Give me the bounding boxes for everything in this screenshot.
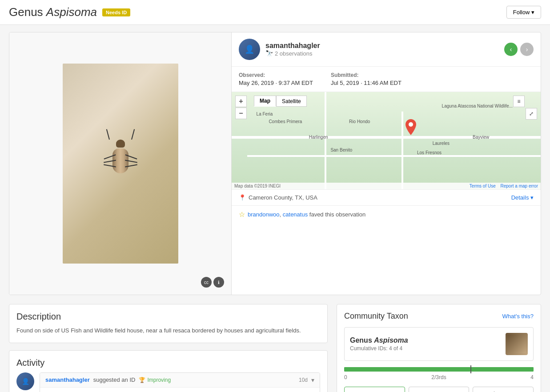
info-panel: 👤 samanthahagler 🔭 2 observations ‹ › — [232, 32, 541, 295]
map-road-4 — [401, 112, 403, 189]
activity-user[interactable]: samanthahagler — [45, 376, 90, 383]
bug-leg-2 — [104, 160, 116, 163]
progress-label-0: 0 — [344, 374, 347, 380]
faved-user2[interactable]: catenatus — [283, 211, 308, 218]
community-title: Community Taxon — [344, 312, 408, 321]
taxon-info: Genus Aspisoma Cumulative IDs: 4 of 4 — [350, 336, 408, 352]
progress-labels: 0 2/3rds 4 — [344, 374, 534, 380]
right-panel: Community Taxon What's this? Genus Aspis… — [337, 304, 541, 392]
photo-panel: cc ℹ — [9, 32, 232, 295]
taxon-actions: ✓ Agree ⇄ Compare ℹ About — [344, 387, 534, 392]
submitted-label: Submitted: — [331, 72, 401, 78]
observed-label: Observed: — [239, 72, 313, 78]
observations-count: 2 observations — [275, 50, 313, 57]
prev-observation-button[interactable]: ‹ — [504, 43, 518, 56]
progress-marker — [470, 365, 471, 373]
zoom-in-button[interactable]: + — [235, 96, 247, 107]
left-panel: Description Found on side of US Fish and… — [9, 304, 328, 392]
layers-icon[interactable]: ≡ — [513, 96, 525, 107]
bug-photo — [63, 64, 178, 264]
map-expand-button[interactable]: ⤢ — [526, 108, 537, 120]
map-road-2 — [247, 155, 541, 157]
agree-taxon-button[interactable]: ✓ Agree — [344, 387, 405, 392]
faved-post: faved this observation — [308, 211, 365, 218]
zoom-out-button[interactable]: − — [235, 108, 247, 119]
taxon-genus: Genus — [350, 336, 372, 344]
terms-link[interactable]: Terms of Use — [470, 184, 496, 188]
expand-icon[interactable]: ⤢ — [526, 108, 537, 120]
map-tab-map[interactable]: Map — [254, 96, 276, 107]
main-content: cc ℹ 👤 samanthahagler 🔭 2 observations — [0, 25, 550, 392]
map-links: Terms of Use Report a map error — [467, 184, 538, 188]
observer-section: 👤 samanthahagler 🔭 2 observations ‹ › — [232, 32, 541, 67]
community-header: Community Taxon What's this? — [344, 312, 534, 321]
taxon-thumb-image — [507, 335, 526, 353]
map-controls: + − — [235, 96, 247, 119]
map-label-sanbenito: San Benito — [330, 148, 352, 152]
activity-body: samanthahagler suggested an ID 🏆 Improvi… — [40, 372, 320, 392]
about-taxon-button[interactable]: ℹ About — [473, 387, 534, 392]
faved-text: brandonwoo, catenatus faved this observa… — [248, 211, 365, 218]
map-road-3 — [325, 92, 326, 189]
activity-avatar[interactable]: 👤 — [16, 372, 34, 390]
bug-leg-1 — [104, 154, 116, 159]
observer-name[interactable]: samanthahagler — [265, 42, 320, 50]
submitted-date-group: Submitted: Jul 5, 2019 · 11:46 AM EDT — [331, 72, 401, 86]
progress-bar — [344, 367, 534, 372]
trophy-icon: 🏆 — [139, 377, 145, 383]
bug-antenna-left — [106, 129, 109, 140]
observer-info: samanthahagler 🔭 2 observations — [265, 42, 320, 57]
taxon-ids: Cumulative IDs: 4 of 4 — [350, 345, 408, 352]
activity-time: 10d — [299, 377, 308, 383]
progress-label-4: 4 — [530, 374, 534, 380]
cc-icon[interactable]: cc — [201, 277, 212, 288]
map-road-1 — [232, 136, 541, 139]
observed-date-group: Observed: May 26, 2019 · 9:37 AM EDT — [239, 72, 313, 86]
activity-badge: 🏆 Improving — [139, 377, 171, 383]
map-tabs: Map Satellite — [254, 96, 307, 107]
avatar[interactable]: 👤 — [239, 39, 260, 60]
map-layers-button[interactable]: ≡ — [513, 96, 525, 107]
page-header: Genus Aspisoma Needs ID Follow ▾ — [0, 0, 550, 25]
observer-left: 👤 samanthahagler 🔭 2 observations — [239, 39, 320, 60]
report-link[interactable]: Report a map error — [501, 184, 538, 188]
photo-background — [63, 64, 178, 264]
binoculars-icon: 🔭 — [265, 50, 273, 57]
info-icon[interactable]: ℹ — [213, 277, 224, 288]
location-section: 📍 Cameron County, TX, USA Details ▾ — [232, 190, 541, 206]
map-background: Combes Primera Rio Hondo Harlingen San B… — [232, 92, 541, 189]
map-pin — [405, 119, 416, 136]
description-title: Description — [16, 312, 320, 322]
activity-chevron-icon[interactable]: ▾ — [311, 376, 314, 384]
taxon-italic: Aspisoma — [374, 336, 408, 344]
location-value: Cameron County, TX, USA — [249, 194, 317, 201]
page-title: Genus Aspisoma — [9, 5, 97, 19]
activity-header: samanthahagler suggested an ID 🏆 Improvi… — [40, 373, 320, 388]
activity-action: suggested an ID — [93, 376, 136, 383]
map-tab-satellite[interactable]: Satellite — [276, 96, 307, 107]
bug-head — [116, 140, 125, 148]
title-prefix: Genus — [9, 5, 43, 19]
bug-leg-4 — [125, 154, 137, 159]
map-attribution: Map data ©2019 INEGI — [234, 184, 281, 188]
map-label-laferia: La Feria — [257, 112, 273, 116]
map-footer: Map data ©2019 INEGI Terms of Use Report… — [232, 183, 541, 189]
next-observation-button[interactable]: › — [520, 43, 534, 56]
map-label-laguna: Laguna Atascosa National Wildlife... — [442, 104, 513, 108]
map-label-riohondo: Rio Hondo — [349, 119, 370, 124]
faved-section: ☆ brandonwoo, catenatus faved this obser… — [232, 206, 541, 223]
map-label-combes: Combes Primera — [269, 119, 302, 124]
taxon-name: Genus Aspisoma — [350, 336, 408, 344]
progress-fill — [344, 367, 534, 372]
whats-this-link[interactable]: What's this? — [502, 313, 534, 320]
bug-leg-6 — [125, 164, 137, 168]
bug-illustration — [107, 140, 134, 180]
compare-taxon-button[interactable]: ⇄ Compare — [409, 387, 470, 392]
submitted-value: Jul 5, 2019 · 11:46 AM EDT — [331, 80, 401, 86]
faved-user1[interactable]: brandonwoo — [248, 211, 280, 218]
map-label-losfresnos: Los Fresnos — [417, 150, 442, 155]
map-label-bayview: Bayview — [473, 135, 489, 140]
dates-section: Observed: May 26, 2019 · 9:37 AM EDT Sub… — [232, 67, 541, 92]
follow-button[interactable]: Follow ▾ — [506, 6, 541, 19]
details-link[interactable]: Details ▾ — [511, 194, 534, 201]
